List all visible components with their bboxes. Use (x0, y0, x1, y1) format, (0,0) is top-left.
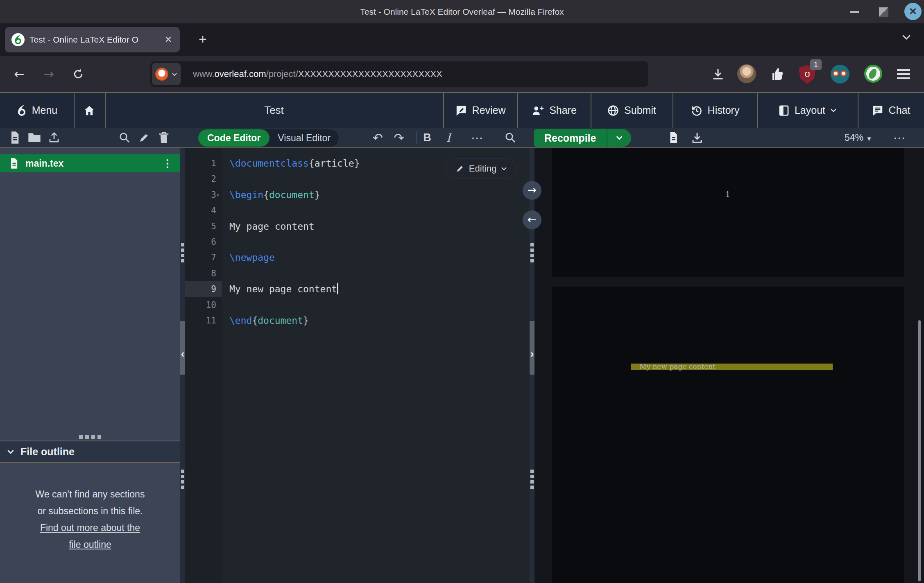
upload-icon[interactable] (45, 128, 63, 147)
editor-line[interactable]: 9My new page content (185, 281, 530, 297)
project-title[interactable]: Test (105, 93, 443, 128)
share-icon (531, 104, 544, 117)
rename-pencil-icon[interactable] (135, 128, 153, 147)
profile-avatar[interactable] (737, 64, 756, 83)
sync-to-pdf-button[interactable]: → (523, 181, 541, 200)
redo-icon[interactable]: ↷ (389, 128, 409, 147)
line-number: 7 (185, 250, 222, 266)
editor-mode-toggle: Code Editor Visual Editor (198, 129, 339, 147)
extension-green-icon[interactable] (864, 65, 882, 83)
extension-goggles-icon[interactable] (831, 65, 849, 84)
line-number: 3▾ (185, 187, 222, 203)
browser-tab[interactable]: Test - Online LaTeX Editor O ✕ (5, 27, 180, 52)
new-folder-icon[interactable] (25, 128, 43, 147)
divider-drag-dots[interactable] (530, 243, 534, 262)
menu-icon[interactable] (896, 67, 911, 81)
file-item-main-tex[interactable]: main.tex ⋮ (0, 154, 180, 172)
outline-message: or subsections in this file. (0, 503, 180, 520)
undo-icon[interactable]: ↶ (368, 128, 387, 147)
layout-button[interactable]: Layout (757, 93, 858, 128)
pdf-page-1: 1 (552, 148, 904, 277)
search-project-icon[interactable] (116, 128, 134, 147)
code-text: \documentclass{article} (229, 156, 360, 172)
pdf-preview-pane[interactable]: 1 My new page content (534, 148, 924, 583)
download-pdf-icon[interactable] (688, 128, 706, 147)
url-text[interactable]: www.overleaf.com/project/XXXXXXXXXXXXXXX… (193, 61, 442, 87)
reload-icon[interactable] (69, 65, 87, 83)
recompile-split-button: Recompile (534, 129, 631, 147)
pdf-more-icon[interactable]: ⋯ (890, 128, 909, 147)
share-button[interactable]: Share (517, 93, 591, 128)
content-area: main.tex ⋮ File outline We can’t find an… (0, 148, 924, 583)
forward-icon[interactable]: → (40, 65, 58, 83)
line-number: 4 (185, 203, 222, 219)
home-icon (83, 104, 95, 117)
list-all-tabs-icon[interactable] (900, 31, 913, 43)
history-button[interactable]: History (673, 93, 757, 128)
editing-mode-dropdown[interactable]: Editing (446, 159, 516, 179)
url-bar[interactable]: www.overleaf.com/project/XXXXXXXXXXXXXXX… (150, 61, 648, 87)
editor-line[interactable]: 4 (185, 203, 530, 219)
code-editor-tab[interactable]: Code Editor (198, 129, 270, 147)
window-restore-button[interactable] (876, 4, 892, 20)
submit-button[interactable]: Submit (591, 93, 673, 128)
editor-line[interactable]: 3▾\begin{document} (185, 187, 530, 203)
editor-line[interactable]: 8 (185, 266, 530, 282)
chevron-down-icon (172, 72, 177, 77)
recompile-button[interactable]: Recompile (534, 132, 607, 144)
firefox-tabstrip: Test - Online LaTeX Editor O ✕ + (0, 23, 924, 56)
chat-icon (872, 104, 884, 117)
home-button[interactable] (74, 93, 105, 128)
italic-icon[interactable]: I (439, 128, 458, 147)
new-file-icon[interactable] (6, 128, 24, 147)
sync-to-code-button[interactable]: ← (523, 210, 541, 229)
outline-help-link[interactable]: file outline (69, 539, 111, 550)
editor-line[interactable]: 6 (185, 234, 530, 250)
editor-line[interactable]: 7\newpage (185, 250, 530, 266)
chevron-down-icon (830, 108, 837, 113)
tab-close-icon[interactable]: ✕ (163, 34, 174, 45)
editor-line[interactable]: 10 (185, 297, 530, 313)
window-close-button[interactable] (904, 3, 922, 20)
new-tab-button[interactable]: + (193, 30, 212, 49)
code-editor-pane[interactable]: 1\documentclass{article}23▾\begin{docume… (185, 148, 530, 583)
search-engine-chip[interactable] (152, 63, 181, 85)
firefox-titlebar: Test - Online LaTeX Editor Overleaf — Mo… (0, 0, 924, 23)
file-menu-kebab-icon[interactable]: ⋮ (162, 154, 173, 172)
divider-drag-dots[interactable] (181, 470, 184, 489)
fold-arrow-icon[interactable]: ▾ (216, 187, 220, 203)
bold-icon[interactable]: B (417, 128, 437, 147)
chat-button[interactable]: Chat (858, 93, 924, 128)
filetree-editor-divider[interactable]: ‹ (180, 148, 185, 583)
outline-help-link[interactable]: Find out more about the (40, 522, 140, 533)
visual-editor-tab[interactable]: Visual Editor (270, 129, 339, 147)
divider-drag-dots[interactable] (530, 470, 534, 489)
editor-line[interactable]: 5My page content (185, 219, 530, 235)
downloads-icon[interactable] (708, 64, 728, 84)
line-number: 8 (185, 266, 222, 282)
extension-icon[interactable] (768, 64, 787, 84)
divider-drag-dots[interactable] (181, 243, 184, 262)
delete-trash-icon[interactable] (155, 128, 173, 147)
code-text: \newpage (229, 250, 275, 266)
pdf-zoom-control[interactable]: 54% ▼ (845, 128, 872, 147)
file-name: main.tex (25, 158, 63, 169)
line-number: 1 (185, 156, 222, 172)
editor-line[interactable]: 11\end{document} (185, 313, 530, 329)
review-button[interactable]: Review (443, 93, 517, 128)
menu-button[interactable]: Menu (0, 93, 74, 128)
back-icon[interactable]: ← (10, 65, 28, 83)
compile-logs-icon[interactable] (664, 128, 682, 147)
overleaf-favicon (11, 33, 25, 46)
text-cursor (337, 283, 338, 294)
more-tools-icon[interactable]: ⋯ (467, 128, 487, 147)
file-outline-header[interactable]: File outline (0, 441, 180, 463)
pdf-page-2: My new page content (552, 287, 904, 583)
window-minimize-button[interactable] (847, 4, 863, 20)
globe-icon (607, 104, 619, 117)
pdf-scrollbar[interactable] (918, 320, 921, 581)
search-editor-icon[interactable] (500, 128, 520, 147)
outline-resize-handle[interactable] (0, 433, 180, 441)
recompile-dropdown[interactable] (607, 135, 631, 141)
line-number: 2 (185, 171, 222, 187)
